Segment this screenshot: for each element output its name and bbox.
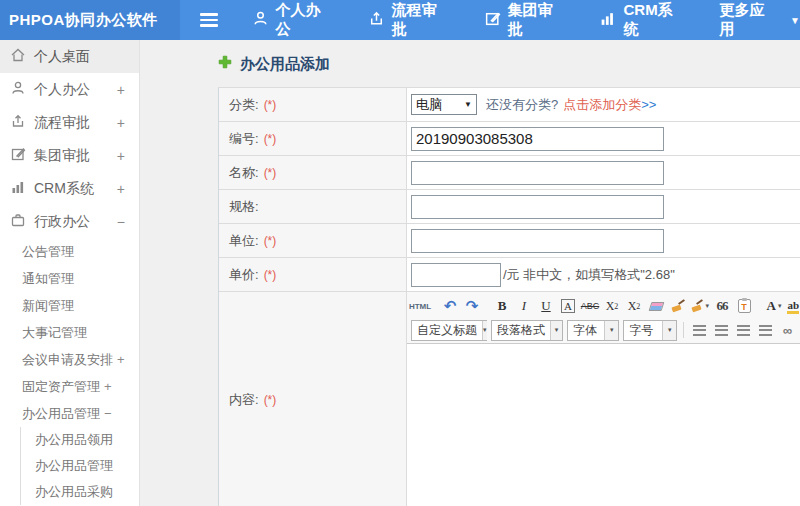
expand-plus-icon[interactable]: + [117, 352, 125, 367]
sidebar-item-personal-office[interactable]: 个人办公 + [0, 73, 139, 106]
remove-format-eraser-icon[interactable] [646, 296, 666, 316]
top-nav-workflow-approval[interactable]: 流程审批 [368, 1, 450, 39]
caret-small-icon: ▾ [550, 321, 562, 340]
price-input[interactable] [411, 263, 501, 287]
sidebar-item-events-mgmt[interactable]: 大事记管理 [0, 319, 139, 346]
collapse-minus-icon[interactable]: − [104, 406, 112, 421]
expand-plus-icon[interactable]: + [117, 115, 125, 131]
brand-logo[interactable]: PHPOA协同办公软件 [0, 0, 180, 40]
editor-toolbar-row1: HTML ↶ ↷ B I U A ABC X2 [409, 294, 798, 318]
main-content: 办公用品添加 分类: (*) 电脑 ▼ 还没有分类? 点击添加 [140, 40, 800, 506]
sidebar: 个人桌面 个人办公 + 流程审批 + [0, 40, 140, 506]
bar-chart-icon [10, 179, 34, 198]
form-row-category: 分类: (*) 电脑 ▼ 还没有分类? 点击添加分类 >> [219, 88, 800, 122]
sidebar-item-admin-office[interactable]: 行政办公 − [0, 205, 139, 238]
top-nav-group-approval[interactable]: 集团审批 [484, 1, 566, 39]
char-border-button[interactable]: A [558, 296, 578, 316]
italic-button[interactable]: I [514, 296, 534, 316]
home-icon [10, 47, 34, 66]
app-window: PHPOA协同办公软件 个人办公 流程审批 [0, 0, 800, 506]
highlight-color-dropdown[interactable]: ab▾ [786, 296, 800, 316]
sidebar-item-fixed-assets-mgmt[interactable]: 固定资产管理+ [0, 373, 139, 400]
undo-icon[interactable]: ↶ [440, 296, 460, 316]
expand-plus-icon[interactable]: + [117, 148, 125, 164]
unit-input[interactable] [411, 229, 664, 253]
spec-input[interactable] [411, 195, 664, 219]
bold-button[interactable]: B [492, 296, 512, 316]
caret-small-icon: ▾ [662, 321, 676, 340]
sidebar-item-personal-desktop[interactable]: 个人桌面 [0, 40, 139, 73]
bar-chart-icon [599, 10, 623, 30]
top-nav-crm[interactable]: CRM系统 [599, 1, 685, 39]
add-category-arrows[interactable]: >> [641, 97, 656, 112]
font-family-select[interactable]: 字体▾ [567, 320, 619, 341]
caret-small-icon: ▾ [604, 321, 618, 340]
code-label: 编号: [229, 130, 259, 148]
required-mark: (*) [264, 132, 277, 146]
paint-format-dropdown[interactable]: ▾ [690, 296, 710, 316]
expand-plus-icon[interactable]: + [104, 379, 112, 394]
sidebar-item-workflow-approval[interactable]: 流程审批 + [0, 106, 139, 139]
source-code-button[interactable]: HTML [410, 296, 430, 316]
sidebar-item-news-mgmt[interactable]: 新闻管理 [0, 292, 139, 319]
sidebar-item-supplies-claim[interactable]: 办公用品领用 [21, 427, 139, 453]
font-size-select[interactable]: 字号▾ [623, 320, 677, 341]
green-plus-icon [218, 55, 232, 73]
category-select[interactable]: 电脑 ▼ [411, 94, 477, 115]
top-nav-personal-office[interactable]: 个人办公 [252, 1, 334, 39]
heading-select[interactable]: 自定义标题▾ [411, 320, 487, 341]
subscript-button[interactable]: X2 [624, 296, 644, 316]
person-icon [10, 80, 34, 99]
editor-toolbar: HTML ↶ ↷ B I U A ABC X2 [407, 292, 800, 344]
underline-button[interactable]: U [536, 296, 556, 316]
required-mark: (*) [264, 268, 277, 282]
caret-small-icon: ▾ [482, 321, 487, 340]
person-icon [252, 10, 276, 30]
blockquote-button[interactable]: 66 [712, 296, 732, 316]
sidebar-subgroup-office-supplies: 办公用品领用 办公用品管理 办公用品采购 [20, 427, 139, 505]
top-nav-more-apps[interactable]: 更多应用 [720, 1, 779, 39]
required-mark: (*) [264, 234, 277, 248]
sidebar-item-crm[interactable]: CRM系统 + [0, 172, 139, 205]
flow-upload-icon [368, 10, 392, 30]
sidebar-item-notice-mgmt[interactable]: 通知管理 [0, 265, 139, 292]
strikethrough-button[interactable]: ABC [580, 296, 600, 316]
flow-upload-icon [10, 113, 34, 132]
expand-plus-icon[interactable]: + [117, 181, 125, 197]
caret-small-icon: ▾ [705, 302, 709, 310]
insert-link-icon[interactable]: ∞ [777, 320, 797, 340]
paste-plain-text-icon[interactable]: T [734, 296, 754, 316]
category-label: 分类: [229, 96, 259, 114]
sidebar-item-supplies-manage[interactable]: 办公用品管理 [21, 453, 139, 479]
spec-label: 规格: [229, 198, 259, 216]
editor-content-area[interactable] [407, 344, 800, 506]
sidebar-item-office-supplies-mgmt[interactable]: 办公用品管理− [0, 400, 139, 427]
redo-icon[interactable]: ↷ [462, 296, 482, 316]
superscript-button[interactable]: X2 [602, 296, 622, 316]
hamburger-menu-icon[interactable] [200, 10, 218, 30]
name-input[interactable] [411, 161, 664, 185]
editor-toolbar-row2: 自定义标题▾ 段落格式▾ 字体▾ 字号▾ ∞ [409, 318, 798, 342]
price-format-hint: /元 非中文，如填写格式"2.68" [503, 266, 675, 284]
form-row-price: 单价: (*) /元 非中文，如填写格式"2.68" [219, 258, 800, 292]
sidebar-item-announcement-mgmt[interactable]: 公告管理 [0, 238, 139, 265]
add-category-link[interactable]: 点击添加分类 [563, 96, 641, 114]
sidebar-item-meeting-mgmt[interactable]: 会议申请及安排+ [0, 346, 139, 373]
format-brush-icon[interactable] [668, 296, 688, 316]
paragraph-format-select[interactable]: 段落格式▾ [491, 320, 563, 341]
expand-plus-icon[interactable]: + [117, 82, 125, 98]
form-row-spec: 规格: [219, 190, 800, 224]
select-caret-icon: ▼ [464, 100, 472, 109]
sidebar-item-group-approval[interactable]: 集团审批 + [0, 139, 139, 172]
font-color-dropdown[interactable]: A▾ [764, 296, 784, 316]
align-justify-icon[interactable] [755, 320, 775, 340]
collapse-minus-icon[interactable]: − [117, 214, 125, 230]
required-mark: (*) [264, 98, 277, 112]
align-right-icon[interactable] [733, 320, 753, 340]
code-input[interactable] [411, 127, 664, 151]
align-center-icon[interactable] [711, 320, 731, 340]
required-mark: (*) [264, 166, 277, 180]
sidebar-item-supplies-purchase[interactable]: 办公用品采购 [21, 479, 139, 505]
caret-down-icon[interactable]: ▼ [790, 15, 800, 26]
align-left-icon[interactable] [689, 320, 709, 340]
